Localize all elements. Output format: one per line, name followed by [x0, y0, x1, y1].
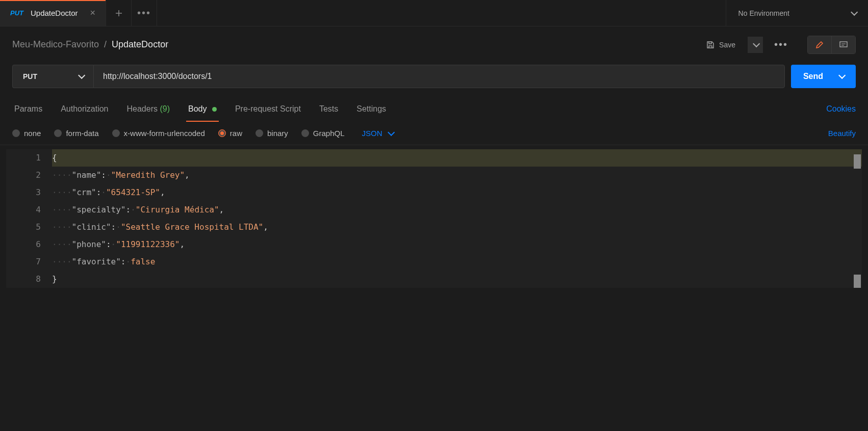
header-row: Meu-Medico-Favorito / UpdateDoctor Save … [0, 26, 868, 63]
code-content[interactable]: {····"name":·"Meredith Grey",····"crm":·… [52, 149, 862, 288]
save-button[interactable]: Save [699, 36, 743, 53]
radio-icon [112, 129, 120, 137]
chevron-down-icon [753, 40, 760, 47]
request-tabs: Params Authorization Headers (9) Body Pr… [0, 96, 868, 122]
tab-method-badge: PUT [10, 9, 23, 17]
save-dropdown[interactable] [748, 37, 763, 53]
tab-params[interactable]: Params [12, 100, 44, 118]
tab-body[interactable]: Body [186, 100, 219, 118]
body-type-graphql[interactable]: GraphQL [301, 129, 345, 138]
url-row: PUT Send [0, 63, 868, 96]
breadcrumb: Meu-Medico-Favorito / UpdateDoctor [12, 39, 168, 50]
method-select[interactable]: PUT [12, 65, 93, 88]
save-icon [706, 40, 715, 49]
code-editor[interactable]: 1 2 3 4 5 6 7 8 {····"name":·"Meredith G… [6, 149, 862, 288]
scrollbar-thumb[interactable] [854, 154, 861, 169]
method-label: PUT [23, 72, 37, 80]
comment-button[interactable] [831, 36, 855, 53]
radio-icon [301, 129, 309, 137]
chevron-down-icon [388, 128, 395, 136]
tab-authorization[interactable]: Authorization [59, 100, 110, 118]
body-type-raw[interactable]: raw [218, 129, 242, 138]
chevron-down-icon [851, 8, 858, 15]
edit-button[interactable] [808, 36, 831, 53]
body-type-row: none form-data x-www-form-urlencoded raw… [0, 122, 868, 145]
radio-icon [12, 129, 20, 137]
breadcrumb-collection[interactable]: Meu-Medico-Favorito [12, 39, 99, 50]
body-type-urlencoded[interactable]: x-www-form-urlencoded [112, 129, 205, 138]
tab-tests[interactable]: Tests [317, 100, 340, 118]
breadcrumb-request: UpdateDoctor [112, 39, 168, 50]
body-type-none[interactable]: none [12, 129, 41, 138]
save-label: Save [719, 41, 735, 49]
tab-overflow-button[interactable]: ••• [132, 0, 157, 26]
environment-label: No Environment [738, 9, 789, 17]
comment-icon [839, 40, 848, 49]
close-icon[interactable]: × [90, 8, 96, 18]
send-label: Send [803, 72, 823, 81]
tab-prerequest[interactable]: Pre-request Script [233, 100, 303, 118]
request-tab[interactable]: PUT UpdateDoctor × [0, 0, 106, 26]
radio-icon [256, 129, 263, 137]
chevron-down-icon [838, 72, 846, 79]
url-input[interactable] [93, 65, 785, 88]
tab-settings[interactable]: Settings [354, 100, 388, 118]
beautify-button[interactable]: Beautify [828, 129, 856, 138]
modified-dot-icon [212, 107, 217, 112]
scrollbar-thumb[interactable] [854, 275, 861, 288]
body-type-formdata[interactable]: form-data [54, 129, 98, 138]
more-actions-button[interactable]: ••• [768, 35, 794, 55]
line-gutter: 1 2 3 4 5 6 7 8 [6, 149, 52, 288]
body-type-binary[interactable]: binary [256, 129, 288, 138]
tab-headers[interactable]: Headers (9) [125, 100, 172, 118]
svg-rect-0 [840, 42, 847, 47]
tab-bar: PUT UpdateDoctor × ••• No Environment [0, 0, 868, 26]
radio-icon [54, 129, 62, 137]
breadcrumb-separator: / [104, 39, 107, 50]
pencil-icon [815, 40, 824, 49]
radio-icon [218, 129, 226, 137]
body-format-select[interactable]: JSON [362, 129, 393, 138]
cookies-link[interactable]: Cookies [826, 104, 856, 114]
tab-title: UpdateDoctor [31, 9, 78, 17]
view-toggle-group [807, 36, 856, 54]
environment-select[interactable]: No Environment [726, 0, 868, 26]
chevron-down-icon [78, 72, 85, 79]
new-tab-button[interactable] [106, 0, 132, 26]
send-button[interactable]: Send [791, 65, 856, 88]
